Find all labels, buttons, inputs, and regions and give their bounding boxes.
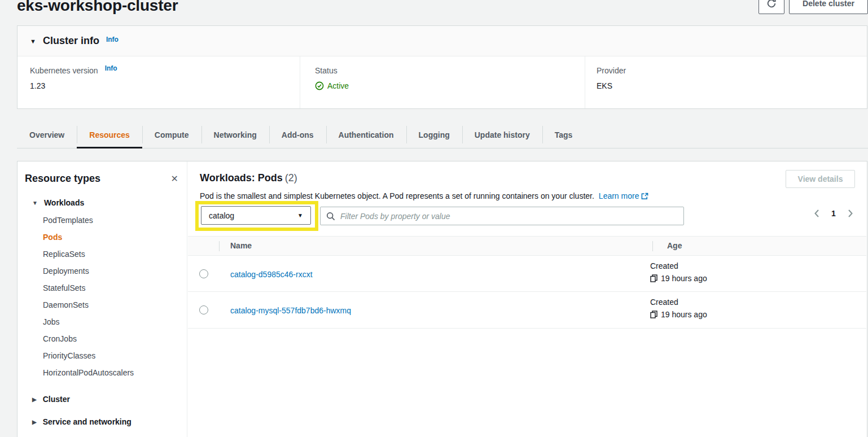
resource-types-sidebar: Resource types ✕ ▼ Workloads PodTemplate… <box>17 161 187 437</box>
age-value: 19 hours ago <box>661 274 707 283</box>
chevron-down-icon[interactable]: ▼ <box>30 38 36 45</box>
sidebar-item-daemonsets[interactable]: DaemonSets <box>43 296 187 313</box>
learn-more-link[interactable]: Learn more <box>599 191 649 200</box>
pod-name-link[interactable]: catalog-mysql-557fdb7bd6-hwxmq <box>230 306 351 315</box>
resources-panel: Resource types ✕ ▼ Workloads PodTemplate… <box>17 161 867 437</box>
tab-authentication[interactable]: Authentication <box>326 122 406 148</box>
kubernetes-version-value: 1.23 <box>30 81 300 90</box>
chevron-right-icon: ▶ <box>32 396 37 403</box>
pods-count: (2) <box>285 172 297 183</box>
search-icon <box>326 212 335 221</box>
current-page[interactable]: 1 <box>831 209 836 218</box>
pod-name-link[interactable]: catalog-d5985c46-rxcxt <box>230 270 313 279</box>
sidebar-item-jobs[interactable]: Jobs <box>43 313 187 330</box>
close-icon[interactable]: ✕ <box>171 174 178 183</box>
cluster-info-body: Kubernetes version Info 1.23 Status Acti… <box>17 56 867 108</box>
sidebar-item-podtemplates[interactable]: PodTemplates <box>43 212 187 229</box>
refresh-icon <box>766 0 777 8</box>
pods-table-header: Name Age <box>188 236 866 256</box>
cluster-tabs: Overview Resources Compute Networking Ad… <box>17 122 868 148</box>
pods-title-text: Workloads: Pods <box>200 172 283 183</box>
age-created-label: Created <box>650 298 678 307</box>
chevron-down-icon: ▼ <box>32 200 38 206</box>
chevron-right-icon[interactable] <box>847 209 854 218</box>
group-service-and-networking[interactable]: ▶ Service and networking <box>32 417 187 426</box>
sidebar-item-pods[interactable]: Pods <box>43 229 187 246</box>
tab-logging[interactable]: Logging <box>406 122 462 148</box>
tab-overview[interactable]: Overview <box>17 122 77 148</box>
kubernetes-version-field: Kubernetes version Info 1.23 <box>17 56 300 108</box>
sidebar-item-statefulsets[interactable]: StatefulSets <box>43 279 187 296</box>
group-workloads[interactable]: ▼ Workloads <box>32 198 187 207</box>
page-title: eks-workshop-cluster <box>17 0 178 15</box>
copy-icon[interactable] <box>650 274 657 282</box>
group-workloads-label: Workloads <box>44 198 84 207</box>
annotation-highlight-box: catalog ▼ <box>195 201 318 231</box>
chevron-down-icon: ▼ <box>297 212 303 218</box>
status-field: Status Active <box>300 56 585 108</box>
dropdown-value: catalog <box>209 211 234 220</box>
column-divider <box>652 241 653 251</box>
sidebar-item-priorityclasses[interactable]: PriorityClasses <box>43 347 187 364</box>
tab-resources[interactable]: Resources <box>77 122 142 148</box>
group-cluster-label: Cluster <box>43 395 70 404</box>
chevron-right-icon: ▶ <box>32 419 37 425</box>
row-radio-button[interactable] <box>199 305 208 314</box>
age-created-label: Created <box>650 261 678 270</box>
pagination: 1 <box>813 209 854 218</box>
resource-types-tree: ▼ Workloads PodTemplates Pods ReplicaSet… <box>17 198 187 426</box>
kubernetes-version-label: Kubernetes version <box>30 66 98 75</box>
row-radio-button[interactable] <box>199 269 208 278</box>
status-value: Active <box>327 81 349 90</box>
namespace-filter-dropdown[interactable]: catalog ▼ <box>201 206 311 225</box>
group-service-label: Service and networking <box>43 417 131 426</box>
table-row: catalog-d5985c46-rxcxt Created 19 hours … <box>188 256 866 292</box>
copy-icon[interactable] <box>650 311 657 318</box>
check-circle-icon <box>315 81 324 90</box>
age-value: 19 hours ago <box>661 310 707 319</box>
view-details-button[interactable]: View details <box>786 170 855 188</box>
learn-more-text: Learn more <box>599 191 639 200</box>
status-label: Status <box>315 66 585 75</box>
sidebar-item-deployments[interactable]: Deployments <box>43 263 187 279</box>
refresh-button[interactable] <box>759 0 784 14</box>
provider-field: Provider EKS <box>585 56 867 108</box>
tab-compute[interactable]: Compute <box>142 122 201 148</box>
tab-networking[interactable]: Networking <box>201 122 269 148</box>
pods-panel-title: Workloads: Pods(2) <box>200 172 297 184</box>
column-header-age: Age <box>667 237 682 255</box>
pods-filter-searchbox <box>320 207 684 225</box>
column-header-name: Name <box>230 237 252 255</box>
sidebar-item-replicasets[interactable]: ReplicaSets <box>43 246 187 263</box>
group-cluster[interactable]: ▶ Cluster <box>32 395 187 404</box>
cluster-info-info-link[interactable]: Info <box>106 36 119 43</box>
tab-tags[interactable]: Tags <box>542 122 585 148</box>
pods-description-text: Pod is the smallest and simplest Kuberne… <box>200 191 594 200</box>
chevron-left-icon[interactable] <box>813 209 820 218</box>
tab-update-history[interactable]: Update history <box>462 122 542 148</box>
column-divider <box>219 241 220 251</box>
provider-value: EKS <box>597 81 867 90</box>
provider-label: Provider <box>597 66 867 75</box>
search-input[interactable] <box>340 212 678 221</box>
kubernetes-version-info-link[interactable]: Info <box>105 64 117 72</box>
sidebar-item-horizontalpodautoscalers[interactable]: HorizontalPodAutoscalers <box>43 364 187 381</box>
sidebar-item-cronjobs[interactable]: CronJobs <box>43 330 187 347</box>
table-row: catalog-mysql-557fdb7bd6-hwxmq Created 1… <box>188 292 866 329</box>
tab-add-ons[interactable]: Add-ons <box>269 122 326 148</box>
cluster-info-header[interactable]: ▼ Cluster info Info <box>17 26 867 56</box>
external-link-icon <box>641 193 648 200</box>
cluster-info-title: Cluster info <box>43 35 99 47</box>
status-badge: Active <box>315 81 585 90</box>
delete-cluster-button[interactable]: Delete cluster <box>789 0 868 14</box>
cluster-info-card: ▼ Cluster info Info Kubernetes version I… <box>17 25 867 109</box>
pods-description: Pod is the smallest and simplest Kuberne… <box>200 191 648 200</box>
resource-types-title: Resource types <box>25 173 100 185</box>
